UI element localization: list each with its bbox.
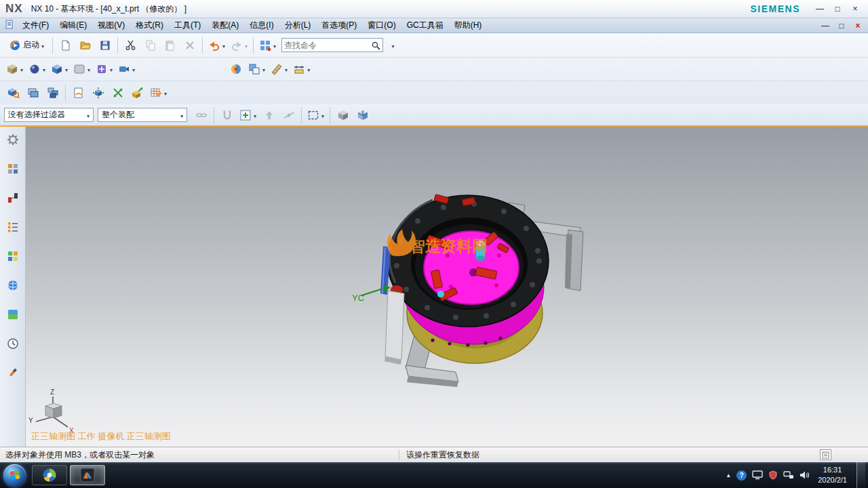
snap-mid-button[interactable] [279, 106, 298, 124]
find-component-button[interactable] [4, 84, 22, 102]
document-icon [5, 20, 14, 31]
menu-analysis[interactable]: 分析(L) [279, 18, 317, 33]
wave-geometry-button[interactable] [69, 84, 87, 102]
triad-y-label: Y [28, 417, 33, 424]
open-folder-icon [79, 39, 92, 52]
child-restore-button[interactable]: □ [833, 20, 850, 31]
object-display-button[interactable] [246, 60, 267, 79]
assembly-constraints-button[interactable] [108, 84, 127, 102]
show-hide-button[interactable] [49, 60, 70, 79]
selection-filter-dropdown[interactable]: 没有选择过滤器 [4, 108, 94, 122]
plus-box-icon [239, 109, 252, 121]
volume-tray-icon[interactable] [800, 470, 810, 480]
snap-up-button[interactable] [260, 106, 278, 124]
constraint-navigator-button[interactable] [5, 190, 21, 205]
fullscreen-accent-line [0, 125, 868, 127]
start-button[interactable] [3, 464, 26, 487]
watermark-text: 智造资料网 [409, 237, 488, 255]
find-options-button[interactable] [384, 36, 402, 54]
move-component-button[interactable] [89, 84, 107, 102]
minimize-button[interactable]: — [811, 3, 829, 15]
view-orientation-button[interactable] [4, 60, 25, 79]
shaded-cube-button[interactable] [334, 106, 352, 124]
edit-object-display-icon [248, 63, 260, 75]
menu-tools[interactable]: 工具(T) [169, 18, 206, 33]
reuse-library-button[interactable] [5, 249, 21, 264]
dropdown-arrow-icon [41, 41, 44, 50]
title-bar: NX NX 10 - 基本环境 - [40_x_t.prt （修改的） ] SI… [0, 0, 868, 18]
visual-reports-button[interactable] [5, 307, 21, 322]
child-close-button[interactable]: × [850, 20, 866, 31]
render-style-button[interactable] [26, 60, 47, 79]
menu-information[interactable]: 信息(I) [244, 18, 279, 33]
new-button[interactable] [56, 36, 75, 54]
start-menu-button[interactable]: 启动 [4, 36, 49, 54]
history-button[interactable] [5, 336, 21, 351]
dropdown-arrow-icon [222, 41, 225, 50]
help-tray-icon[interactable]: ? [736, 470, 747, 481]
close-button[interactable]: × [846, 3, 864, 15]
selection-scope-dropdown[interactable]: 整个装配 [98, 108, 187, 122]
left-support-plate[interactable] [384, 291, 404, 365]
restore-button[interactable]: □ [829, 3, 846, 15]
snap-point-button[interactable] [218, 106, 236, 124]
taskbar-item-browser[interactable] [32, 465, 67, 485]
constraints-icon [112, 87, 124, 99]
web-browser-button[interactable] [5, 278, 21, 293]
undo-button[interactable] [206, 36, 227, 54]
snap-point-options-button[interactable] [237, 106, 258, 124]
visual-reports-icon [7, 308, 19, 321]
wireframe-cube-button[interactable] [353, 106, 372, 124]
menu-gc-toolbox[interactable]: GC工具箱 [401, 18, 449, 33]
save-button[interactable] [96, 36, 114, 54]
marquee-select-button[interactable] [305, 106, 326, 124]
view-triad[interactable]: Z Y X [28, 388, 74, 434]
graphics-window[interactable]: YC 智造资料网 Z Y X 正三轴测图 工作 摄像机 正三轴测图 [26, 127, 868, 447]
part-navigator-button[interactable] [5, 220, 21, 235]
arrangements-button[interactable] [148, 84, 169, 102]
system-tools-button[interactable] [5, 365, 21, 380]
search-icon[interactable] [371, 41, 380, 50]
view-name-label: 正三轴测图 工作 摄像机 正三轴测图 [31, 430, 171, 443]
view-operation-button[interactable] [94, 60, 115, 79]
open-button[interactable] [76, 36, 94, 54]
visual-effects-button[interactable] [226, 60, 245, 79]
network-tray-icon[interactable] [783, 470, 794, 480]
menu-edit[interactable]: 编辑(E) [54, 18, 92, 33]
menu-view[interactable]: 视图(V) [92, 18, 130, 33]
measure-distance-button[interactable] [291, 60, 312, 79]
paste-button[interactable] [161, 36, 179, 54]
redo-button[interactable] [229, 36, 250, 54]
roles-gear-button[interactable] [5, 132, 21, 147]
copy-button[interactable] [141, 36, 159, 54]
taskbar-item-nx[interactable] [70, 465, 105, 485]
delete-button[interactable] [180, 36, 199, 54]
find-command-input[interactable] [284, 41, 371, 50]
show-desktop-button[interactable] [856, 462, 865, 488]
child-minimize-button[interactable]: — [817, 20, 833, 31]
cut-button[interactable] [121, 36, 140, 54]
menu-preferences[interactable]: 首选项(P) [316, 18, 362, 33]
window-layout-button[interactable] [257, 36, 278, 54]
toolbar-view [0, 57, 868, 81]
menu-window[interactable]: 窗口(O) [362, 18, 401, 33]
select-chain-button[interactable] [192, 106, 210, 124]
status-note-button[interactable] [820, 449, 831, 460]
assembly-navigator-button[interactable] [5, 161, 21, 176]
display-tray-icon[interactable] [752, 470, 763, 480]
menu-file[interactable]: 文件(F) [17, 18, 54, 33]
menu-format[interactable]: 格式(R) [130, 18, 169, 33]
menu-help[interactable]: 帮助(H) [449, 18, 488, 33]
3d-model-canvas[interactable]: YC 智造资料网 Z Y X [26, 127, 868, 447]
explode-assembly-button[interactable] [128, 84, 146, 102]
open-component-button[interactable] [24, 84, 42, 102]
tray-chevron-icon[interactable]: ▲ [726, 472, 731, 479]
snap-angle-button[interactable] [269, 60, 290, 79]
true-shading-icon [230, 63, 242, 75]
taskbar-clock[interactable]: 16:31 2020/2/1 [818, 465, 847, 485]
security-tray-icon[interactable] [768, 470, 778, 480]
background-button[interactable] [71, 60, 92, 79]
camera-button[interactable] [116, 60, 137, 79]
pattern-component-button[interactable] [43, 84, 62, 102]
menu-assembly[interactable]: 装配(A) [206, 18, 244, 33]
